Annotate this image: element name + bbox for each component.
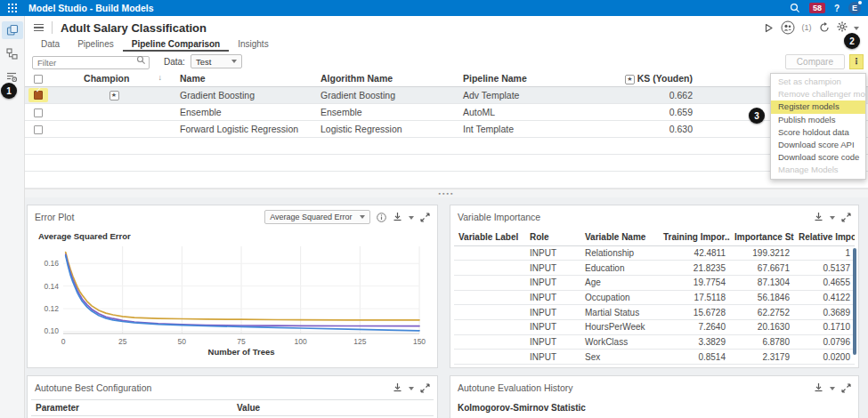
svg-text:0.14: 0.14 — [44, 282, 59, 291]
results-area: Error Plot Average Squared Error 0.100.1… — [25, 197, 868, 418]
table-row[interactable]: INPUTEducation21.823567.66710.5137 — [454, 261, 855, 276]
rail-item-compare[interactable] — [2, 44, 23, 62]
search-icon[interactable] — [790, 3, 800, 13]
column-header[interactable]: Variable Label — [454, 229, 525, 245]
notifications-badge[interactable]: 58 — [809, 3, 825, 13]
column-header-pipeline[interactable]: Pipeline Name — [459, 71, 606, 86]
download-control[interactable] — [393, 380, 414, 396]
table-row[interactable]: INPUTOccupation17.511856.18460.4122 — [454, 290, 855, 305]
column-header-name[interactable]: Name — [176, 71, 317, 86]
cell-ks: 0.662 — [606, 86, 700, 103]
cell-algorithm: Gradient Boosting — [317, 86, 459, 103]
project-menu-icon[interactable] — [34, 24, 44, 32]
cell-algorithm: Logistic Regression — [317, 120, 459, 137]
table-row[interactable]: INPUTMartial Status15.672862.27520.3689 — [454, 305, 855, 320]
table-row[interactable]: INPUTAge19.775487.13040.4655 — [454, 275, 855, 290]
download-control[interactable] — [814, 209, 835, 225]
caret-down-icon — [409, 387, 414, 390]
svg-text:0: 0 — [61, 337, 66, 346]
filter-field-wrap — [32, 53, 150, 69]
select-all-checkbox[interactable] — [34, 75, 43, 84]
row-checkbox[interactable] — [34, 109, 43, 117]
table-row[interactable]: INPUTRelationship42.4811199.32121 — [454, 245, 855, 261]
expand-icon[interactable] — [420, 213, 430, 222]
download-control[interactable] — [814, 380, 835, 396]
search-icon — [136, 55, 146, 65]
app-switcher-icon[interactable] — [8, 4, 18, 13]
panel-splitter[interactable]: ▪▪▪▪ — [25, 189, 868, 198]
svg-text:0.12: 0.12 — [44, 304, 59, 313]
column-header[interactable]: Relative Import... — [794, 229, 855, 245]
compare-button[interactable]: Compare — [785, 54, 845, 69]
tab-pipeline-comparison[interactable]: Pipeline Comparison — [123, 39, 229, 52]
table-row[interactable]: INPUTWorkClass3.38296.87800.0796 — [454, 334, 855, 350]
expand-icon[interactable] — [841, 213, 851, 222]
run-pipeline-icon[interactable] — [764, 23, 774, 33]
svg-text:75: 75 — [237, 337, 246, 346]
row-checkbox[interactable] — [34, 91, 43, 100]
column-header-algorithm[interactable]: Algorithm Name — [317, 71, 459, 86]
info-icon[interactable] — [377, 213, 386, 222]
column-header[interactable]: Role — [525, 229, 580, 245]
refresh-icon[interactable] — [819, 22, 830, 33]
svg-text:0.16: 0.16 — [44, 259, 59, 268]
model-row[interactable]: Forward Logistic RegressionLogistic Regr… — [25, 120, 868, 137]
svg-text:Number of Trees: Number of Trees — [208, 347, 275, 357]
svg-text:Average Squared Error: Average Squared Error — [38, 231, 131, 241]
expand-icon[interactable] — [420, 383, 430, 393]
caret-down-icon — [830, 216, 835, 220]
table-header-row: Champion↓ Name Algorithm Name Pipeline N… — [25, 71, 868, 86]
column-header[interactable]: Training Impor... — [659, 229, 730, 245]
tab-insights[interactable]: Insights — [229, 39, 277, 52]
download-control[interactable] — [393, 209, 414, 225]
menu-item-register-models[interactable]: Register models — [771, 100, 865, 113]
error-plot-panel: Error Plot Average Squared Error 0.100.1… — [27, 205, 438, 368]
help-icon[interactable]: ? — [834, 4, 840, 13]
more-actions-kebab-button[interactable]: ⋮ — [849, 54, 864, 69]
champion-icon: ★ — [110, 91, 119, 100]
main-content: Adult Salary Classification (1) DataPipe… — [25, 16, 868, 198]
annotation-step-2: 2 — [844, 33, 860, 49]
caret-down-icon — [830, 387, 835, 390]
champion-metric-icon: ★ — [625, 75, 635, 84]
model-row[interactable]: EnsembleEnsembleAutoML0.659 — [25, 103, 868, 120]
cell-name: Ensemble — [176, 103, 317, 120]
table-row[interactable]: INPUTSex0.85142.31790.0200 — [454, 350, 855, 365]
share-users-icon[interactable] — [781, 20, 795, 35]
column-header[interactable]: Variable Name — [580, 229, 659, 245]
rail-item-pipelines[interactable] — [2, 21, 23, 39]
menu-item-download-score-code[interactable]: Download score code — [771, 151, 865, 164]
annotation-step-3: 3 — [749, 108, 765, 124]
expand-icon[interactable] — [841, 383, 851, 393]
tab-data[interactable]: Data — [32, 39, 69, 52]
model-row[interactable]: ★Gradient BoostingGradient BoostingAdv T… — [25, 86, 868, 103]
panel-title: Error Plot — [35, 212, 74, 222]
row-checkbox[interactable] — [34, 125, 43, 134]
menu-item-publish-models[interactable]: Publish models — [771, 114, 865, 126]
variable-importance-table: Variable LabelRoleVariable NameTraining … — [454, 229, 855, 365]
data-select[interactable]: Test — [191, 54, 242, 68]
svg-text:50: 50 — [178, 337, 187, 346]
left-app-rail — [0, 16, 25, 418]
menu-item-score-holdout-data[interactable]: Score holdout data — [771, 126, 865, 139]
table-row[interactable]: INPUTHoursPerWeek7.264020.16300.1710 — [454, 319, 855, 334]
menu-item-download-score-api[interactable]: Download score API — [771, 139, 865, 151]
avatar[interactable]: E — [848, 2, 861, 14]
filter-input[interactable] — [32, 56, 150, 69]
data-select-label: Data: — [164, 57, 185, 67]
download-icon — [814, 382, 823, 392]
pipeline-comparison-table: Champion↓ Name Algorithm Name Pipeline N… — [25, 71, 868, 189]
tutorial-highlight — [28, 88, 48, 102]
table-scrollbar[interactable] — [853, 248, 856, 355]
empty-row — [25, 171, 868, 188]
metric-select-value: Average Squared Error — [270, 213, 352, 221]
metric-select[interactable]: Average Squared Error — [264, 210, 369, 224]
tab-pipelines[interactable]: Pipelines — [69, 39, 123, 52]
column-header-champion[interactable]: Champion↓ — [52, 71, 176, 86]
menu-item-set-as-champion: Set as champion — [771, 76, 865, 88]
download-icon — [814, 212, 823, 221]
cell-algorithm: Ensemble — [317, 103, 459, 120]
empty-row — [25, 154, 868, 171]
column-header-ks[interactable]: ★ KS (Youden) — [606, 71, 700, 86]
column-header[interactable]: Importance St... — [730, 229, 794, 245]
